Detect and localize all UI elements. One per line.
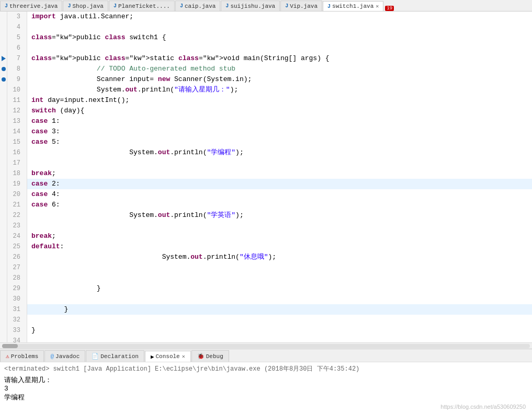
line-number-29: 29 — [7, 283, 24, 294]
console-area[interactable]: <terminated> switch1 [Java Application] … — [0, 362, 532, 414]
code-line-28[interactable] — [27, 273, 532, 283]
marker-cell-9 — [0, 74, 7, 85]
marker-cell-13 — [0, 116, 7, 126]
code-line-27[interactable] — [27, 262, 532, 273]
code-line-21[interactable]: case 6: — [27, 200, 532, 210]
code-line-29[interactable]: } — [27, 283, 532, 294]
code-line-13[interactable]: case 1: — [27, 116, 532, 126]
marker-cell-26 — [0, 252, 7, 262]
code-line-26[interactable]: System.out.println("休息哦"); — [27, 252, 532, 262]
line-number-34: 34 — [7, 336, 24, 342]
marker-cell-17 — [0, 158, 7, 168]
line-number-33: 33 — [7, 325, 24, 336]
code-line-31[interactable]: } — [27, 304, 532, 315]
line-number-14: 14 — [7, 126, 24, 137]
tab-switch1-java[interactable]: Jswitch1.java✕ — [323, 1, 383, 12]
tab-caip-java[interactable]: Jcaip.java — [175, 1, 220, 11]
marker-cell-28 — [0, 273, 7, 283]
line-number-20: 20 — [7, 189, 24, 200]
marker-cell-19 — [0, 179, 7, 189]
tab-error-count: 19 — [385, 6, 394, 11]
bottom-tab-console[interactable]: ▶Console✕ — [145, 351, 191, 362]
bottom-tab-icon-debug: 🐞 — [197, 353, 205, 360]
code-line-34[interactable] — [27, 336, 532, 342]
tab-Shop-java[interactable]: JShop.java — [63, 1, 108, 11]
line-number-6: 6 — [7, 43, 24, 53]
line-number-7: 7 — [7, 53, 24, 64]
code-line-4[interactable] — [27, 22, 532, 32]
horizontal-scrollbar[interactable] — [0, 342, 532, 349]
bottom-tab-icon-problems: ⚠ — [6, 353, 9, 360]
marker-cell-15 — [0, 137, 7, 147]
bottom-tab-debug[interactable]: 🐞Debug — [191, 350, 229, 362]
tab-label: Shop.java — [72, 3, 103, 9]
tab-Vip-java[interactable]: JVip.java — [280, 1, 322, 11]
code-content[interactable]: import java.util.Scanner; class="kw">pub… — [27, 12, 532, 342]
bottom-tab-close-icon[interactable]: ✕ — [182, 353, 185, 360]
bottom-tab-icon-declaration: 📄 — [92, 353, 99, 360]
console-terminated-line: <terminated> switch1 [Java Application] … — [4, 364, 528, 373]
line-number-9: 9 — [7, 74, 24, 85]
marker-cell-5 — [0, 32, 7, 43]
code-line-9[interactable]: Scanner input= new Scanner(System.in); — [27, 74, 532, 85]
line-number-32: 32 — [7, 315, 24, 325]
marker-cell-32 — [0, 315, 7, 325]
console-output-3: 学编程 — [4, 393, 528, 402]
tab-icon: J — [285, 3, 288, 9]
marker-cell-29 — [0, 283, 7, 294]
line-number-16: 16 — [7, 147, 24, 158]
scroll-track[interactable] — [2, 344, 530, 348]
code-line-16[interactable]: System.out.println("学编程"); — [27, 147, 532, 158]
marker-cell-34 — [0, 336, 7, 342]
marker-cell-12 — [0, 106, 7, 116]
code-line-14[interactable]: case 3: — [27, 126, 532, 137]
code-line-25[interactable]: default: — [27, 242, 532, 252]
code-line-10[interactable]: System.out.println("请输入星期几："); — [27, 85, 532, 95]
tab-PlaneTicket----[interactable]: JPlaneTicket.... — [109, 1, 175, 11]
tab-close-icon[interactable]: ✕ — [376, 3, 379, 9]
code-line-30[interactable] — [27, 294, 532, 304]
code-line-8[interactable]: // TODO Auto-generated method stub — [27, 64, 532, 74]
dot-marker — [2, 67, 6, 71]
line-number-30: 30 — [7, 294, 24, 304]
bottom-tab-declaration[interactable]: 📄Declaration — [86, 350, 144, 362]
bottom-tab-label-console: Console — [156, 353, 180, 360]
bottom-tab-label-javadoc: Javadoc — [55, 353, 80, 360]
code-line-12[interactable]: switch (day){ — [27, 106, 532, 116]
arrow-marker — [2, 56, 6, 61]
line-number-8: 8 — [7, 64, 24, 74]
marker-cell-6 — [0, 43, 7, 53]
tab-label: PlaneTicket.... — [118, 3, 170, 9]
code-line-22[interactable]: System.out.println("学英语"); — [27, 210, 532, 221]
tab-icon: J — [114, 3, 117, 9]
marker-cell-20 — [0, 189, 7, 200]
code-line-18[interactable]: break; — [27, 168, 532, 179]
code-line-24[interactable]: break; — [27, 231, 532, 242]
code-line-3[interactable]: import java.util.Scanner; — [27, 12, 532, 22]
line-number-17: 17 — [7, 158, 24, 168]
tab-label: caip.java — [185, 3, 216, 9]
tab-suijishu-java[interactable]: Jsuijishu.java — [221, 1, 280, 11]
line-number-19: 19 — [7, 179, 24, 189]
code-line-19[interactable]: case 2: — [27, 179, 532, 189]
code-line-20[interactable]: case 4: — [27, 189, 532, 200]
code-line-15[interactable]: case 5: — [27, 137, 532, 147]
code-line-33[interactable]: } — [27, 325, 532, 336]
tab-label: suijishu.java — [230, 3, 275, 9]
code-line-23[interactable] — [27, 221, 532, 231]
bottom-tabs: ⚠Problems@Javadoc📄Declaration▶Console✕🐞D… — [0, 349, 532, 362]
line-number-15: 15 — [7, 137, 24, 147]
code-line-17[interactable] — [27, 158, 532, 168]
line-number-4: 4 — [7, 22, 24, 32]
line-number-21: 21 — [7, 200, 24, 210]
bottom-tab-problems[interactable]: ⚠Problems — [0, 350, 44, 362]
bottom-tab-javadoc[interactable]: @Javadoc — [44, 350, 85, 362]
scroll-thumb[interactable] — [2, 344, 18, 348]
code-line-32[interactable] — [27, 315, 532, 325]
tab-threerive-java[interactable]: Jthreerive.java — [0, 1, 62, 11]
code-line-11[interactable]: int day=input.nextInt(); — [27, 95, 532, 106]
code-line-5[interactable]: class="kw">public class switch1 { — [27, 32, 532, 43]
marker-cell-14 — [0, 126, 7, 137]
code-line-7[interactable]: class="kw">public class="kw">static clas… — [27, 53, 532, 64]
code-line-6[interactable] — [27, 43, 532, 53]
